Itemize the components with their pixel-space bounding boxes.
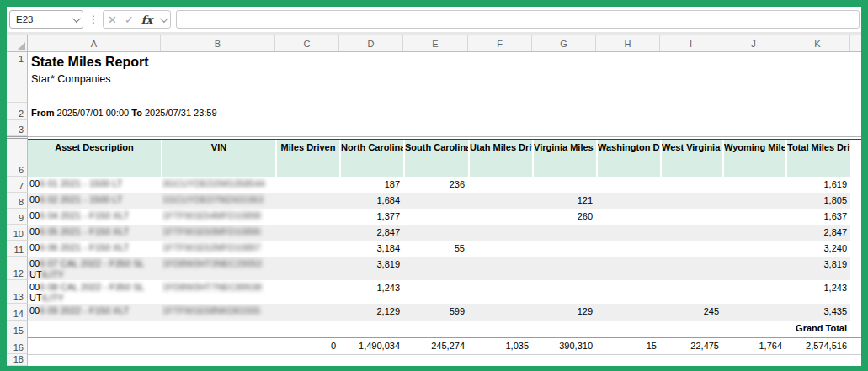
miles-cell[interactable]: 2,847: [785, 225, 850, 241]
header-cell[interactable]: North Carolina Miles Driven: [339, 140, 403, 177]
empty-cell[interactable]: [339, 321, 403, 337]
miles-cell[interactable]: [596, 225, 660, 241]
miles-cell[interactable]: 245: [660, 304, 722, 321]
vin-cell[interactable]: 1FTFW1E52MFD10897: [161, 241, 275, 257]
miles-cell[interactable]: [596, 209, 660, 225]
column-letter-B[interactable]: B: [161, 35, 275, 51]
miles-cell[interactable]: [275, 177, 339, 193]
more-options-icon[interactable]: ⋮: [83, 13, 103, 25]
column-letter-E[interactable]: E: [403, 35, 468, 51]
grand-total-cell[interactable]: 1,035: [468, 338, 532, 354]
column-letter-J[interactable]: J: [722, 35, 785, 51]
miles-cell[interactable]: [532, 280, 596, 304]
miles-cell[interactable]: [275, 193, 339, 209]
miles-cell[interactable]: 187: [339, 177, 403, 193]
header-cell[interactable]: VIN: [161, 140, 275, 177]
miles-cell[interactable]: 2,129: [339, 304, 403, 321]
empty-cell[interactable]: [596, 321, 660, 337]
column-letter-I[interactable]: I: [660, 35, 722, 51]
column-letter-A[interactable]: A: [28, 35, 161, 51]
asset-cell[interactable]: 006 09 2022 - F150 XLT: [28, 304, 161, 321]
row-number-7[interactable]: 7: [7, 177, 28, 193]
miles-cell[interactable]: 3,184: [339, 241, 403, 257]
grand-total-cell[interactable]: 15: [596, 338, 660, 354]
miles-cell[interactable]: [722, 280, 785, 304]
miles-cell[interactable]: 599: [403, 304, 468, 321]
header-cell[interactable]: Miles Driven: [275, 140, 339, 177]
empty-cell[interactable]: [660, 321, 722, 337]
grand-total-cell[interactable]: 1,764: [722, 338, 785, 354]
miles-cell[interactable]: [722, 304, 785, 321]
grand-total-cell[interactable]: 1,490,034: [339, 338, 403, 354]
miles-cell[interactable]: [275, 280, 339, 304]
vin-cell[interactable]: 1GCUYDED7MZ431963: [161, 193, 275, 209]
miles-cell[interactable]: [532, 177, 596, 193]
miles-cell[interactable]: [468, 193, 532, 209]
miles-cell[interactable]: [468, 304, 532, 321]
enter-icon[interactable]: ✓: [125, 13, 134, 26]
row-number-13[interactable]: 13: [7, 280, 28, 304]
miles-cell[interactable]: [275, 241, 339, 257]
chevron-down-icon[interactable]: [160, 14, 168, 23]
miles-cell[interactable]: 55: [403, 241, 468, 257]
miles-cell[interactable]: 260: [532, 209, 596, 225]
header-cell[interactable]: Total Miles Driven in Period: [785, 140, 850, 177]
select-all-corner[interactable]: [7, 35, 28, 51]
miles-cell[interactable]: [275, 225, 339, 241]
asset-cell[interactable]: 006 04 2021 - F150 XLT: [28, 209, 161, 225]
formula-bar-input[interactable]: [176, 10, 860, 29]
miles-cell[interactable]: [468, 177, 532, 193]
empty-cell[interactable]: [722, 321, 785, 337]
insert-function-icon[interactable]: fx: [141, 13, 152, 26]
row-number-2[interactable]: 2: [7, 103, 28, 120]
miles-cell[interactable]: [660, 193, 722, 209]
header-cell[interactable]: Washington D.C. Miles Driven: [596, 140, 660, 177]
miles-cell[interactable]: [403, 209, 468, 225]
asset-cell[interactable]: 006 06 2021 - F150 XLT: [28, 241, 161, 257]
miles-cell[interactable]: 3,240: [785, 241, 850, 257]
grand-total-cell[interactable]: 22,475: [660, 338, 722, 354]
miles-cell[interactable]: [468, 257, 532, 280]
miles-cell[interactable]: [660, 257, 722, 280]
miles-cell[interactable]: [275, 209, 339, 225]
header-cell[interactable]: West Virginia Miles Driven: [660, 140, 722, 177]
miles-cell[interactable]: 1,619: [785, 177, 850, 193]
row-number-14[interactable]: 14: [7, 304, 28, 321]
miles-cell[interactable]: [722, 257, 785, 280]
miles-cell[interactable]: [403, 193, 468, 209]
empty-cell[interactable]: [28, 338, 161, 354]
header-cell[interactable]: Utah Miles Driven: [468, 140, 532, 177]
miles-cell[interactable]: [596, 304, 660, 321]
vin-cell[interactable]: 3GCUYDED2MG358544: [161, 177, 275, 193]
empty-cell[interactable]: [161, 321, 275, 337]
header-cell[interactable]: Wyoming Miles Driven: [722, 140, 785, 177]
empty-cell[interactable]: [28, 321, 161, 337]
miles-cell[interactable]: 1,377: [339, 209, 403, 225]
row-number-9[interactable]: 9: [7, 209, 28, 225]
miles-cell[interactable]: [596, 177, 660, 193]
empty-cell[interactable]: [161, 338, 275, 354]
row-number-1[interactable]: 1: [7, 52, 28, 103]
miles-cell[interactable]: [660, 225, 722, 241]
miles-cell[interactable]: 1,805: [785, 193, 850, 209]
header-cell[interactable]: Virginia Miles Driven: [532, 140, 596, 177]
miles-cell[interactable]: [403, 280, 468, 304]
row-number-8[interactable]: 8: [7, 193, 28, 209]
miles-cell[interactable]: [275, 304, 339, 321]
miles-cell[interactable]: [660, 280, 722, 304]
row-number-3[interactable]: 3: [7, 120, 28, 136]
miles-cell[interactable]: [596, 241, 660, 257]
grand-total-cell[interactable]: 0: [275, 338, 339, 354]
row-number-18[interactable]: 18: [7, 354, 28, 366]
miles-cell[interactable]: 1,637: [785, 209, 850, 225]
miles-cell[interactable]: [532, 225, 596, 241]
miles-cell[interactable]: 2,847: [339, 225, 403, 241]
column-letter-C[interactable]: C: [275, 35, 339, 51]
miles-cell[interactable]: [532, 241, 596, 257]
miles-cell[interactable]: [660, 209, 722, 225]
miles-cell[interactable]: [722, 193, 785, 209]
empty-cell[interactable]: [468, 321, 532, 337]
column-letter-F[interactable]: F: [468, 35, 532, 51]
row-number-16[interactable]: 16: [7, 337, 28, 354]
vin-cell[interactable]: 1FD8W3HT3NEC29053: [161, 257, 275, 280]
